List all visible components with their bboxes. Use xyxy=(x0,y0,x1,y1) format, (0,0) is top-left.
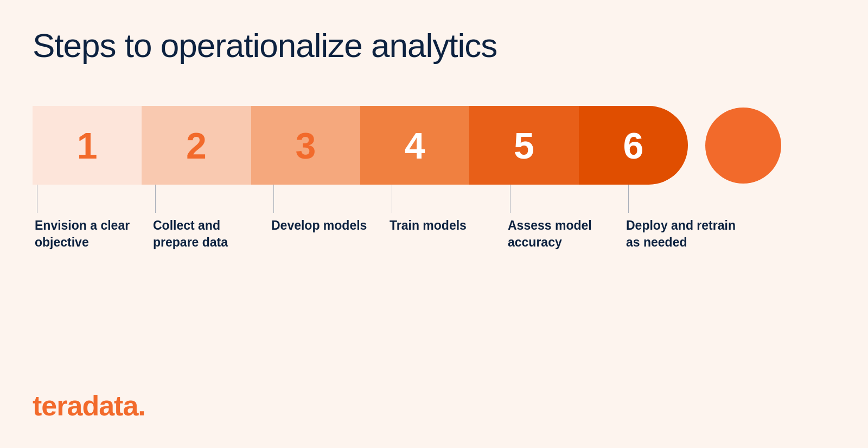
step-6-label-col: Deploy and retrain as needed xyxy=(624,185,742,251)
step-3-label-col: Develop models xyxy=(269,185,387,251)
step-5-connector xyxy=(510,185,510,213)
step-5-bar: 5 xyxy=(469,106,578,185)
step-4-bar: 4 xyxy=(360,106,469,185)
step-4-number: 4 xyxy=(405,124,425,167)
step-4-label-col: Train models xyxy=(387,185,506,251)
diagram-container: 1 2 3 4 5 6 Envision a clear objective C… xyxy=(33,106,825,251)
step-6-number: 6 xyxy=(623,124,643,167)
step-5-label: Assess model accuracy xyxy=(508,217,624,251)
step-2-label-col: Collect and prepare data xyxy=(151,185,269,251)
step-4-connector xyxy=(392,185,392,213)
step-4-label: Train models xyxy=(390,217,473,234)
step-1-number: 1 xyxy=(77,124,98,167)
step-5-number: 5 xyxy=(514,124,534,167)
step-1-connector xyxy=(37,185,37,213)
step-1-bar: 1 xyxy=(33,106,142,185)
step-1-label: Envision a clear objective xyxy=(35,217,151,251)
step-3-number: 3 xyxy=(295,124,316,167)
page-title: Steps to operationalize analytics xyxy=(33,26,497,65)
step-2-number: 2 xyxy=(186,124,207,167)
step-6-label: Deploy and retrain as needed xyxy=(626,217,742,251)
step-2-label: Collect and prepare data xyxy=(153,217,269,251)
teradata-logo: teradata. xyxy=(33,389,145,422)
step-3-bar: 3 xyxy=(251,106,360,185)
step-6-connector xyxy=(628,185,629,213)
step-1-label-col: Envision a clear objective xyxy=(33,185,151,251)
labels-row: Envision a clear objective Collect and p… xyxy=(33,185,742,251)
step-2-connector xyxy=(155,185,156,213)
bar-row: 1 2 3 4 5 6 xyxy=(33,106,781,185)
step-6-bar: 6 xyxy=(579,106,688,185)
circle-end-decoration xyxy=(705,108,781,184)
step-3-connector xyxy=(273,185,274,213)
step-2-bar: 2 xyxy=(142,106,251,185)
step-3-label: Develop models xyxy=(271,217,373,234)
step-5-label-col: Assess model accuracy xyxy=(506,185,624,251)
